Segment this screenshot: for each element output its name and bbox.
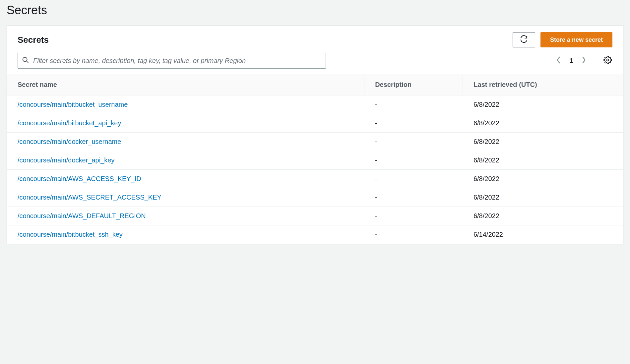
table-settings-button[interactable] — [603, 56, 612, 65]
secret-last-retrieved: 6/8/2022 — [463, 133, 623, 151]
secret-description: - — [364, 188, 463, 207]
refresh-button[interactable] — [513, 32, 535, 47]
secret-name-link[interactable]: /concourse/main/docker_api_key — [7, 151, 364, 170]
svg-line-1 — [27, 61, 29, 63]
secret-last-retrieved: 6/14/2022 — [463, 225, 623, 244]
secret-name-link[interactable]: /concourse/main/AWS_ACCESS_KEY_ID — [7, 170, 364, 188]
toolbar: 1 — [7, 53, 623, 74]
secret-last-retrieved: 6/8/2022 — [463, 207, 623, 225]
secret-description: - — [364, 133, 463, 151]
secret-name-link[interactable]: /concourse/main/bitbucket_username — [7, 95, 364, 114]
search-input[interactable] — [33, 57, 322, 65]
next-page-button[interactable] — [581, 56, 587, 65]
secret-name-link[interactable]: /concourse/main/bitbucket_api_key — [7, 114, 364, 133]
store-new-secret-button[interactable]: Store a new secret — [540, 32, 612, 47]
page-title: Secrets — [7, 3, 623, 17]
table-row: /concourse/main/bitbucket_api_key-6/8/20… — [7, 114, 623, 133]
secrets-table: Secret name Description Last retrieved (… — [7, 74, 623, 244]
header-description[interactable]: Description — [364, 74, 463, 95]
table-row: /concourse/main/AWS_ACCESS_KEY_ID-6/8/20… — [7, 170, 623, 188]
secret-description: - — [364, 114, 463, 133]
secret-name-link[interactable]: /concourse/main/bitbucket_ssh_key — [7, 225, 364, 244]
secret-name-link[interactable]: /concourse/main/docker_username — [7, 133, 364, 151]
secret-description: - — [364, 151, 463, 170]
table-row: /concourse/main/bitbucket_username-6/8/2… — [7, 95, 623, 114]
chevron-left-icon — [556, 56, 561, 65]
secret-description: - — [364, 225, 463, 244]
table-header-row: Secret name Description Last retrieved (… — [7, 74, 623, 95]
secret-description: - — [364, 207, 463, 225]
secret-last-retrieved: 6/8/2022 — [463, 95, 623, 114]
divider — [595, 56, 595, 65]
secret-description: - — [364, 170, 463, 188]
secret-last-retrieved: 6/8/2022 — [463, 151, 623, 170]
page-number: 1 — [569, 57, 573, 65]
table-row: /concourse/main/AWS_DEFAULT_REGION-6/8/2… — [7, 207, 623, 225]
gear-icon — [603, 56, 612, 66]
prev-page-button[interactable] — [555, 56, 561, 65]
header-last-retrieved[interactable]: Last retrieved (UTC) — [463, 74, 623, 95]
table-row: /concourse/main/docker_api_key-6/8/2022 — [7, 151, 623, 170]
secret-last-retrieved: 6/8/2022 — [463, 114, 623, 133]
chevron-right-icon — [582, 56, 586, 65]
table-row: /concourse/main/bitbucket_ssh_key-6/14/2… — [7, 225, 623, 244]
search-box[interactable] — [18, 53, 326, 69]
secret-last-retrieved: 6/8/2022 — [463, 188, 623, 207]
table-row: /concourse/main/docker_username-6/8/2022 — [7, 133, 623, 151]
secret-name-link[interactable]: /concourse/main/AWS_DEFAULT_REGION — [7, 207, 364, 225]
secrets-panel: Secrets Store a new secret — [7, 25, 623, 244]
secret-description: - — [364, 95, 463, 114]
search-icon — [22, 56, 33, 65]
svg-point-2 — [607, 59, 609, 61]
secret-last-retrieved: 6/8/2022 — [463, 170, 623, 188]
panel-header: Secrets Store a new secret — [7, 26, 623, 53]
secret-name-link[interactable]: /concourse/main/AWS_SECRET_ACCESS_KEY — [7, 188, 364, 207]
refresh-icon — [520, 35, 528, 45]
table-row: /concourse/main/AWS_SECRET_ACCESS_KEY-6/… — [7, 188, 623, 207]
svg-point-0 — [23, 57, 27, 62]
header-secret-name[interactable]: Secret name — [7, 74, 364, 95]
pagination: 1 — [555, 56, 612, 65]
panel-title: Secrets — [18, 35, 49, 45]
panel-actions: Store a new secret — [513, 32, 612, 47]
